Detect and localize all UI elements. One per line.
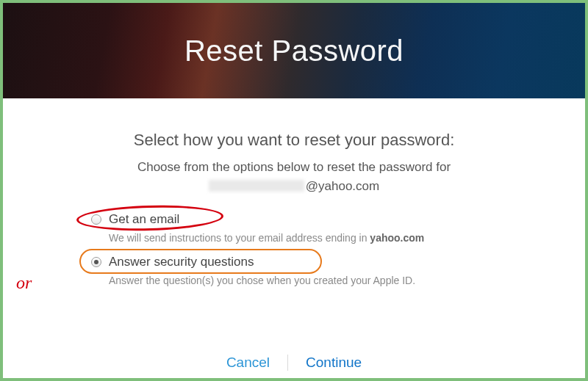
dialog-footer: Cancel Continue	[3, 355, 585, 371]
continue-button[interactable]: Continue	[306, 355, 362, 371]
radio-get-email[interactable]	[91, 214, 101, 225]
headline-text: Select how you want to reset your passwo…	[47, 131, 541, 150]
option-desc-email: We will send instructions to your email …	[109, 232, 500, 244]
sub-text: Choose from the options below to reset t…	[47, 160, 541, 175]
dialog-header: Reset Password	[3, 3, 585, 98]
page-title: Reset Password	[184, 35, 404, 68]
radio-security-questions[interactable]	[91, 257, 101, 267]
reset-password-dialog: Reset Password Select how you want to re…	[0, 0, 588, 381]
option-security-questions[interactable]: Answer security questions Answer the que…	[88, 253, 500, 286]
account-email: @yahoo.com	[47, 179, 541, 194]
footer-separator	[287, 355, 288, 371]
reset-options: Get an email We will send instructions t…	[88, 210, 500, 286]
option-label-security: Answer security questions	[109, 255, 254, 269]
option-label-email: Get an email	[109, 212, 179, 227]
dialog-body: Select how you want to reset your passwo…	[3, 98, 585, 286]
option-desc-security: Answer the question(s) you chose when yo…	[109, 275, 500, 286]
cancel-button[interactable]: Cancel	[226, 355, 270, 371]
option-get-email[interactable]: Get an email We will send instructions t…	[88, 210, 500, 244]
email-domain: @yahoo.com	[306, 179, 379, 193]
redacted-email-local	[209, 180, 304, 192]
